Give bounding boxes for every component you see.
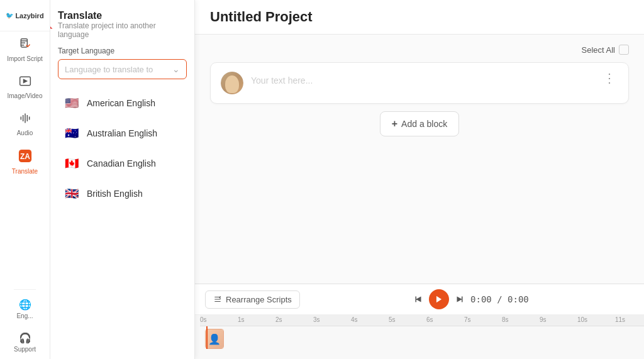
select-all-checkbox[interactable] (619, 45, 629, 55)
tick-8s: 8s (502, 316, 509, 323)
sidebar-item-import-script-label: Import Script (7, 55, 43, 62)
bottom-bar: Rearrange Scripts (195, 284, 644, 359)
logo-text: Lazybird (15, 12, 43, 19)
avatar (221, 72, 243, 94)
language-option-canadian-english[interactable]: 🇨🇦 Canadian English (58, 148, 187, 179)
logo-icon: 🐦 (6, 12, 13, 19)
tick-2s: 2s (275, 316, 282, 323)
ca-flag-icon: 🇨🇦 (63, 155, 80, 172)
controls-row: Rearrange Scripts (195, 284, 644, 315)
play-button[interactable] (429, 289, 449, 309)
canadian-english-label: Canadian English (87, 158, 156, 168)
main-content: Select All Your text here... ⋮ + Add a b… (195, 35, 644, 284)
translate-icon: ZA (18, 149, 32, 166)
timeline-clip[interactable]: 👤 (205, 329, 224, 349)
language-option-australian-english[interactable]: 🇦🇺 Australian English (58, 118, 187, 148)
translate-panel-title: Translate (58, 10, 187, 21)
text-block: Your text here... ⋮ (210, 62, 629, 104)
sidebar-language-label: Eng... (16, 312, 33, 319)
tick-9s: 9s (540, 316, 547, 323)
translate-panel-subtitle: Translate project into another language (58, 21, 187, 39)
translate-panel-header: Translate Translate project into another… (58, 10, 187, 39)
sidebar-item-support[interactable]: 🎧 Support (14, 326, 36, 359)
language-options-list: 🇺🇸 American English 🇦🇺 Australian Englis… (58, 88, 187, 209)
american-english-label: American English (87, 98, 155, 108)
sidebar-item-audio[interactable]: Audio (0, 106, 50, 143)
sidebar-item-translate-label: Translate (12, 168, 38, 175)
sidebar-bottom: 🌐 Eng... 🎧 Support (14, 289, 36, 359)
time-display: 0:00 / 0:00 (470, 294, 529, 304)
tick-0s: 0s (200, 316, 207, 323)
language-select-input[interactable]: Language to translate to ⌄ (58, 59, 187, 79)
transport-controls: 0:00 / 0:00 (413, 289, 529, 309)
tick-1s: 1s (238, 316, 245, 323)
british-english-label: British English (87, 189, 143, 199)
australian-english-label: Australian English (87, 128, 157, 138)
tick-7s: 7s (464, 316, 471, 323)
playhead (206, 326, 208, 349)
svg-marker-5 (436, 296, 441, 303)
skip-forward-icon (454, 294, 465, 305)
language-icon: 🌐 (19, 299, 31, 311)
add-block-label: Add a block (401, 119, 447, 129)
timeline-clip-inner: 👤 (206, 329, 223, 348)
audio-icon (19, 112, 31, 128)
page-title: Untitled Project (210, 9, 629, 25)
avatar-image (221, 72, 243, 94)
language-option-british-english[interactable]: 🇬🇧 British English (58, 179, 187, 209)
skip-back-icon (413, 294, 424, 305)
timeline-track: 👤 (205, 326, 644, 349)
rearrange-scripts-label: Rearrange Scripts (226, 295, 292, 304)
tick-10s: 10s (577, 316, 587, 323)
text-block-placeholder[interactable]: Your text here... (251, 72, 593, 86)
rearrange-scripts-button[interactable]: Rearrange Scripts (205, 290, 300, 309)
tick-6s: 6s (426, 316, 433, 323)
tick-11s: 11s (615, 316, 625, 323)
plus-icon: + (392, 118, 397, 130)
tick-5s: 5s (389, 316, 396, 323)
main-area: Untitled Project Select All Your text he… (195, 0, 644, 359)
skip-back-button[interactable] (413, 294, 424, 305)
au-flag-icon: 🇦🇺 (63, 124, 80, 142)
skip-forward-button[interactable] (454, 294, 465, 305)
gb-flag-icon: 🇬🇧 (63, 185, 80, 202)
language-input-placeholder: Language to translate to (65, 65, 153, 74)
play-icon (435, 295, 443, 304)
chevron-down-icon: ⌄ (172, 64, 180, 74)
logo-area: 🐦 Lazybird (0, 0, 50, 31)
sidebar-item-import-script[interactable]: Import Script (0, 31, 50, 69)
rearrange-icon (213, 295, 222, 304)
timeline-area[interactable]: 0s 1s 2s 3s 4s 5s 6s 7s 8s 9s 10s 11s 12… (195, 315, 644, 359)
sidebar-item-language[interactable]: 🌐 Eng... (14, 292, 36, 326)
target-language-label: Target Language (58, 47, 187, 55)
sidebar-item-audio-label: Audio (17, 130, 33, 136)
add-block-button[interactable]: + Add a block (380, 111, 460, 136)
clip-avatar: 👤 (208, 333, 221, 345)
sidebar-item-image-video[interactable]: Image/Video (0, 69, 50, 106)
tick-3s: 3s (313, 316, 320, 323)
svg-text:ZA: ZA (20, 152, 30, 161)
sidebar: 🐦 Lazybird Import Script Image/Video Aud… (0, 0, 50, 359)
select-all-row: Select All (210, 45, 629, 55)
more-options-button[interactable]: ⋮ (601, 72, 618, 84)
support-icon: 🎧 (19, 332, 31, 344)
select-all-label: Select All (582, 45, 615, 55)
sidebar-item-translate[interactable]: ZA Translate (0, 143, 50, 181)
translate-dropdown-panel: Translate Translate project into another… (50, 0, 195, 359)
image-video-icon (19, 75, 31, 91)
language-option-american-english[interactable]: 🇺🇸 American English (58, 88, 187, 118)
tick-4s: 4s (351, 316, 358, 323)
sidebar-support-label: Support (14, 346, 36, 353)
sidebar-item-image-video-label: Image/Video (8, 92, 43, 99)
import-script-icon (19, 38, 31, 53)
us-flag-icon: 🇺🇸 (63, 94, 80, 112)
main-header: Untitled Project (195, 0, 644, 35)
timeline-ruler: 0s 1s 2s 3s 4s 5s 6s 7s 8s 9s 10s 11s 12… (200, 315, 644, 326)
